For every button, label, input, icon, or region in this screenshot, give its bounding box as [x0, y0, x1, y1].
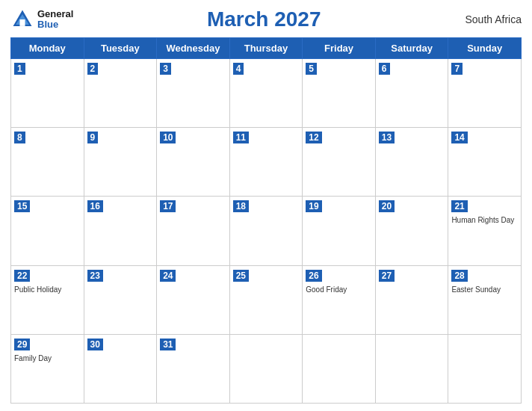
calendar-cell: 24 — [157, 265, 230, 334]
calendar-table: Monday Tuesday Wednesday Thursday Friday… — [10, 37, 522, 404]
header-saturday: Saturday — [375, 38, 448, 59]
day-number: 7 — [451, 63, 463, 75]
calendar-cell: 23 — [84, 265, 157, 334]
calendar-cell: 29Family Day — [11, 334, 84, 403]
calendar-cell — [229, 334, 303, 403]
day-number: 13 — [379, 132, 395, 143]
calendar-cell: 7 — [448, 59, 522, 128]
day-number: 23 — [87, 270, 103, 282]
calendar-cell: 26Good Friday — [303, 265, 376, 334]
calendar-cell: 10 — [157, 128, 230, 197]
header-thursday: Thursday — [229, 38, 303, 59]
holiday-label: Family Day — [14, 353, 81, 363]
calendar-cell: 4 — [229, 59, 303, 128]
calendar-cell — [303, 334, 376, 403]
day-number: 30 — [87, 339, 103, 350]
calendar-cell: 17 — [157, 197, 230, 265]
weekday-header-row: Monday Tuesday Wednesday Thursday Friday… — [11, 38, 522, 59]
calendar-cell: 27 — [375, 265, 448, 334]
logo-blue-text: Blue — [37, 19, 73, 30]
svg-rect-3 — [19, 19, 25, 26]
calendar-week-5: 29Family Day3031 — [11, 334, 522, 403]
day-number: 27 — [379, 270, 395, 282]
calendar-cell: 25 — [229, 265, 303, 334]
holiday-label: Public Holiday — [14, 285, 81, 294]
day-number: 12 — [306, 132, 321, 143]
day-number: 26 — [306, 270, 321, 282]
calendar-cell — [448, 334, 522, 403]
header-tuesday: Tuesday — [84, 38, 157, 59]
calendar-cell: 1 — [11, 59, 84, 128]
logo-icon — [10, 7, 34, 31]
header-friday: Friday — [303, 38, 376, 59]
calendar-cell: 14 — [448, 128, 522, 197]
header-sunday: Sunday — [448, 38, 522, 59]
day-number: 8 — [14, 132, 25, 143]
calendar-cell: 16 — [84, 197, 157, 265]
day-number: 16 — [87, 200, 103, 212]
holiday-label: Easter Sunday — [451, 285, 518, 294]
day-number: 11 — [233, 132, 249, 143]
day-number: 18 — [233, 200, 249, 212]
calendar-cell: 31 — [157, 334, 230, 403]
day-number: 21 — [451, 200, 467, 212]
calendar-week-2: 891011121314 — [11, 128, 522, 197]
calendar-cell: 11 — [229, 128, 303, 197]
day-number: 28 — [451, 270, 467, 282]
day-number: 4 — [233, 63, 244, 75]
holiday-label: Human Rights Day — [451, 215, 518, 225]
calendar-week-4: 22Public Holiday23242526Good Friday2728E… — [11, 265, 522, 334]
calendar-cell: 28Easter Sunday — [448, 265, 522, 334]
header-wednesday: Wednesday — [157, 38, 230, 59]
calendar-cell: 19 — [303, 197, 376, 265]
calendar-cell: 22Public Holiday — [11, 265, 84, 334]
header-monday: Monday — [11, 38, 84, 59]
day-number: 17 — [160, 200, 176, 212]
calendar-cell: 13 — [375, 128, 448, 197]
day-number: 14 — [451, 132, 467, 143]
calendar-cell: 18 — [229, 197, 303, 265]
day-number: 22 — [14, 270, 30, 282]
day-number: 15 — [14, 200, 30, 212]
day-number: 5 — [306, 63, 317, 75]
day-number: 29 — [14, 339, 30, 350]
calendar-cell: 3 — [157, 59, 230, 128]
day-number: 1 — [14, 63, 25, 75]
calendar-cell — [375, 334, 448, 403]
day-number: 3 — [160, 63, 171, 75]
logo-general-text: General — [37, 9, 73, 19]
calendar-cell: 9 — [84, 128, 157, 197]
day-number: 19 — [306, 200, 321, 212]
logo: General Blue — [10, 7, 73, 31]
calendar-week-1: 1234567 — [11, 59, 522, 128]
calendar-cell: 15 — [11, 197, 84, 265]
calendar-cell: 8 — [11, 128, 84, 197]
holiday-label: Good Friday — [306, 285, 372, 294]
calendar-page: General Blue March 2027 South Africa Mon… — [0, 0, 532, 411]
day-number: 9 — [87, 132, 99, 143]
calendar-cell: 12 — [303, 128, 376, 197]
calendar-cell: 20 — [375, 197, 448, 265]
day-number: 10 — [160, 132, 176, 143]
day-number: 24 — [160, 270, 176, 282]
calendar-week-3: 15161718192021Human Rights Day — [11, 197, 522, 265]
month-title: March 2027 — [73, 7, 454, 31]
calendar-cell: 6 — [375, 59, 448, 128]
day-number: 6 — [379, 63, 390, 75]
day-number: 2 — [87, 63, 99, 75]
calendar-cell: 21Human Rights Day — [448, 197, 522, 265]
country-label: South Africa — [454, 13, 522, 25]
calendar-cell: 5 — [303, 59, 376, 128]
calendar-header: General Blue March 2027 South Africa — [10, 7, 522, 31]
day-number: 31 — [160, 339, 176, 350]
logo-text: General Blue — [37, 9, 73, 31]
calendar-cell: 30 — [84, 334, 157, 403]
day-number: 20 — [379, 200, 395, 212]
day-number: 25 — [233, 270, 249, 282]
calendar-cell: 2 — [84, 59, 157, 128]
